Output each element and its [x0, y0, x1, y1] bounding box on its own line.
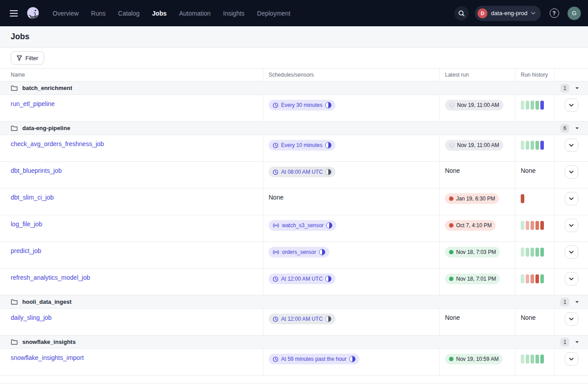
- run-history-bar[interactable]: [540, 355, 544, 363]
- run-history-bar[interactable]: [526, 141, 529, 150]
- sensor-chip[interactable]: orders_sensor: [269, 247, 329, 257]
- run-history-bar[interactable]: [521, 274, 524, 283]
- row-expand-button[interactable]: [565, 219, 578, 232]
- nav-item-runs[interactable]: Runs: [91, 10, 106, 17]
- caret-down-icon[interactable]: [575, 87, 579, 90]
- run-history-bar[interactable]: [521, 248, 524, 257]
- group-row-hooli_data_ingest[interactable]: hooli_data_ingest1: [0, 295, 588, 309]
- deployment-switcher[interactable]: D data-eng-prod: [475, 6, 541, 21]
- job-link[interactable]: predict_job: [11, 247, 41, 254]
- schedule-toggle-icon[interactable]: [325, 276, 331, 282]
- nav-item-deployment[interactable]: Deployment: [257, 10, 290, 17]
- job-link[interactable]: dbt_slim_ci_job: [11, 194, 54, 201]
- run-history-bar[interactable]: [521, 194, 524, 203]
- job-link[interactable]: dbt_blueprints_job: [11, 167, 61, 174]
- run-history-bar[interactable]: [535, 101, 539, 110]
- schedule-chip[interactable]: Every 10 minutes: [269, 140, 335, 151]
- run-history-bars[interactable]: [521, 354, 549, 363]
- schedule-chip[interactable]: At 59 minutes past the hour: [269, 354, 359, 364]
- run-history-bar[interactable]: [526, 355, 529, 363]
- schedule-chip[interactable]: At 08:00 AM UTC: [269, 167, 335, 177]
- job-link[interactable]: check_avg_orders_freshness_job: [11, 140, 104, 147]
- run-history-bar[interactable]: [540, 248, 544, 257]
- schedule-chip[interactable]: At 12:00 AM UTC: [269, 274, 335, 284]
- caret-down-icon[interactable]: [575, 341, 579, 343]
- run-history-bars[interactable]: [521, 274, 549, 283]
- row-expand-button[interactable]: [565, 98, 578, 112]
- latest-run-chip[interactable]: Oct 7, 4:10 PM: [445, 220, 496, 231]
- sensor-toggle-icon[interactable]: [326, 222, 332, 229]
- help-button[interactable]: ?: [547, 6, 561, 20]
- group-row-batch_enrichment[interactable]: batch_enrichment1: [0, 82, 588, 95]
- caret-down-icon[interactable]: [575, 301, 579, 303]
- run-history-bars[interactable]: [521, 140, 549, 150]
- row-expand-button[interactable]: [565, 312, 578, 326]
- group-row-snowflake_insights[interactable]: snowflake_insights1: [0, 335, 588, 349]
- run-history-bar[interactable]: [531, 274, 534, 283]
- schedule-toggle-icon[interactable]: [325, 169, 331, 175]
- run-history-bar[interactable]: [540, 221, 544, 230]
- schedule-toggle-icon[interactable]: [325, 102, 331, 108]
- run-history-bar[interactable]: [521, 101, 524, 110]
- latest-run-chip[interactable]: Jan 19, 6:30 PM: [445, 193, 499, 204]
- run-history-bars[interactable]: [521, 247, 549, 257]
- run-history-bar[interactable]: [526, 101, 529, 110]
- menu-icon[interactable]: [7, 7, 20, 20]
- sensor-chip[interactable]: watch_s3_sensor: [269, 220, 336, 231]
- run-history-bar[interactable]: [531, 248, 534, 257]
- run-history-bar[interactable]: [531, 141, 534, 150]
- job-link[interactable]: run_etl_pipeline: [11, 100, 55, 107]
- latest-run-chip[interactable]: Nov 18, 7:03 PM: [445, 247, 500, 257]
- run-history-bars[interactable]: [521, 100, 549, 110]
- schedule-toggle-icon[interactable]: [325, 142, 331, 148]
- schedule-toggle-icon[interactable]: [349, 356, 355, 362]
- run-history-bars[interactable]: [521, 220, 549, 230]
- run-history-bar[interactable]: [531, 355, 534, 363]
- search-button[interactable]: [454, 6, 469, 20]
- run-history-bar[interactable]: [540, 274, 544, 283]
- row-expand-button[interactable]: [565, 139, 578, 152]
- dagster-logo-icon[interactable]: [24, 4, 42, 22]
- run-history-bar[interactable]: [535, 248, 539, 257]
- latest-run-chip[interactable]: Nov 18, 7:01 PM: [445, 274, 500, 284]
- filter-button[interactable]: Filter: [11, 51, 44, 65]
- nav-item-insights[interactable]: Insights: [223, 10, 245, 17]
- schedule-chip[interactable]: Every 30 minutes: [269, 100, 335, 110]
- run-history-bar[interactable]: [535, 221, 539, 230]
- run-history-bar[interactable]: [535, 141, 539, 150]
- schedule-toggle-icon[interactable]: [325, 316, 331, 322]
- nav-item-jobs[interactable]: Jobs: [152, 10, 167, 17]
- schedule-chip[interactable]: At 12:00 AM UTC: [269, 314, 335, 324]
- group-row-data-eng-pipeline[interactable]: data-eng-pipeline6: [0, 122, 588, 135]
- row-expand-button[interactable]: [565, 352, 578, 366]
- run-history-bar[interactable]: [521, 355, 524, 363]
- run-history-bar[interactable]: [526, 248, 529, 257]
- run-history-bar[interactable]: [521, 141, 524, 150]
- job-link[interactable]: refresh_analytics_model_job: [11, 274, 90, 281]
- row-expand-button[interactable]: [565, 245, 578, 259]
- run-history-bar[interactable]: [540, 101, 544, 110]
- row-expand-button[interactable]: [565, 272, 578, 286]
- nav-item-overview[interactable]: Overview: [53, 10, 78, 17]
- latest-run-chip[interactable]: Nov 19, 11:00 AM: [445, 100, 503, 110]
- nav-item-automation[interactable]: Automation: [179, 10, 211, 17]
- job-link[interactable]: daily_sling_job: [11, 314, 52, 321]
- run-history-bar[interactable]: [526, 221, 529, 230]
- run-history-bar[interactable]: [531, 221, 534, 230]
- run-history-bar[interactable]: [540, 141, 544, 150]
- run-history-bars[interactable]: [521, 193, 549, 203]
- run-history-bar[interactable]: [535, 355, 539, 363]
- caret-down-icon[interactable]: [575, 127, 579, 130]
- latest-run-chip[interactable]: Nov 19, 10:59 AM: [445, 354, 502, 364]
- job-link[interactable]: log_file_job: [11, 220, 42, 228]
- latest-run-chip[interactable]: Nov 19, 11:00 AM: [445, 140, 503, 151]
- row-expand-button[interactable]: [565, 192, 578, 205]
- job-link[interactable]: snowflake_insights_import: [11, 354, 84, 361]
- sensor-toggle-icon[interactable]: [319, 249, 325, 255]
- user-avatar[interactable]: G: [568, 7, 581, 20]
- nav-item-catalog[interactable]: Catalog: [118, 10, 139, 17]
- run-history-bar[interactable]: [531, 101, 534, 110]
- run-history-bar[interactable]: [526, 274, 529, 283]
- row-expand-button[interactable]: [565, 165, 578, 179]
- run-history-bar[interactable]: [521, 221, 524, 230]
